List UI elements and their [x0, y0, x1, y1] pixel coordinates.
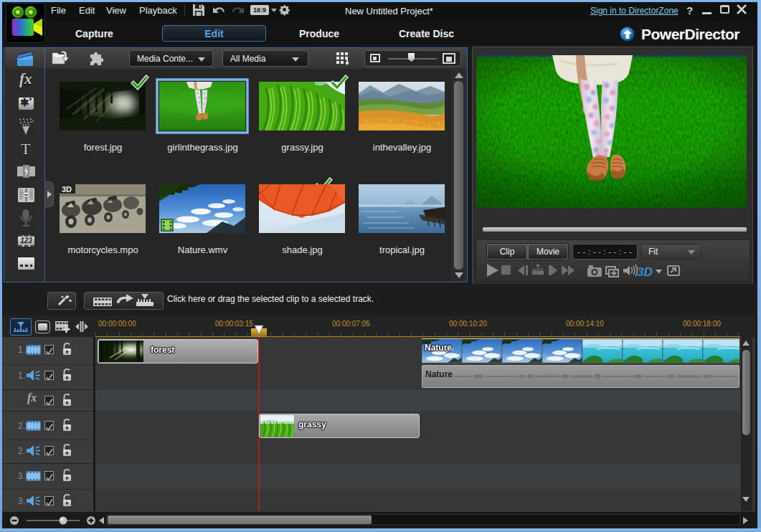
svg-text:3D: 3D — [62, 185, 72, 194]
svg-text:3D: 3D — [637, 265, 653, 279]
